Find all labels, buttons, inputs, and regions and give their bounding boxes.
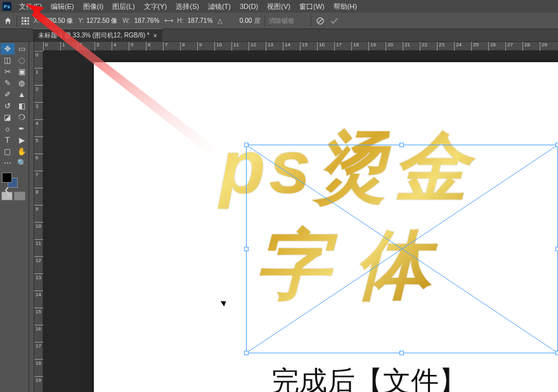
patch-tool-icon[interactable]: ◍ <box>15 77 29 89</box>
svg-rect-3 <box>22 20 23 22</box>
frame-tool-icon[interactable]: ▣ <box>15 66 29 77</box>
cancel-transform-icon[interactable] <box>315 16 325 26</box>
dodge-tool-icon[interactable]: ☼ <box>1 123 15 134</box>
x-field[interactable]: X:1880.50 像 <box>34 16 74 26</box>
hand-tool-icon[interactable]: ✋ <box>15 146 29 157</box>
transform-bbox[interactable] <box>246 145 558 353</box>
menu-file[interactable]: 文件(F) <box>15 1 46 13</box>
menu-select[interactable]: 选择(S) <box>172 1 203 13</box>
transform-handle[interactable] <box>244 247 249 251</box>
type-tool-icon[interactable]: T <box>1 134 15 146</box>
separator <box>311 15 311 27</box>
svg-rect-6 <box>22 23 23 25</box>
svg-rect-1 <box>25 17 27 19</box>
close-tab-icon[interactable]: × <box>153 32 157 39</box>
crop-tool-icon[interactable]: ✂ <box>1 66 15 77</box>
pen-tool-icon[interactable]: ✒ <box>15 123 29 134</box>
svg-rect-7 <box>25 23 27 25</box>
menu-window[interactable]: 窗口(W) <box>295 1 328 13</box>
brush-tool-icon[interactable]: ✐ <box>1 89 15 100</box>
svg-rect-5 <box>27 20 29 22</box>
separator <box>264 15 265 27</box>
antialias-label[interactable]: 消除锯齿 <box>269 16 294 25</box>
gradient-tool-icon[interactable]: ◪ <box>1 112 15 123</box>
separator <box>16 15 17 27</box>
transform-handle[interactable] <box>244 351 249 355</box>
blur-tool-icon[interactable]: ❍ <box>15 112 29 123</box>
transform-handle[interactable] <box>555 351 558 355</box>
menu-bar: Ps 文件(F) 编辑(E) 图像(I) 图层(L) 文字(Y) 选择(S) 滤… <box>0 0 558 13</box>
angle-label: △ <box>217 17 223 24</box>
x-value[interactable]: 1880.50 像 <box>41 16 74 26</box>
app-logo-icon: Ps <box>3 2 11 11</box>
menu-filter[interactable]: 滤镜(T) <box>204 1 235 13</box>
svg-line-12 <box>247 145 557 353</box>
x-label: X: <box>34 17 39 24</box>
foreground-color-swatch[interactable] <box>2 173 12 183</box>
w-label: W: <box>122 17 130 24</box>
history-brush-icon[interactable]: ↺ <box>1 100 15 112</box>
path-select-icon[interactable]: ▶ <box>15 134 29 146</box>
svg-line-11 <box>247 145 557 353</box>
eyedropper-tool-icon[interactable]: ✎ <box>1 77 15 89</box>
reference-point-icon[interactable] <box>21 16 30 25</box>
transform-handle[interactable] <box>399 351 404 355</box>
menu-image[interactable]: 图像(I) <box>79 1 107 13</box>
svg-rect-0 <box>22 17 23 19</box>
artboard-tool-icon[interactable]: ▭ <box>15 43 29 55</box>
move-tool-icon[interactable]: ✥ <box>1 43 15 55</box>
caption-text: 完成后【文件】 <box>271 363 467 392</box>
angle-field[interactable]: △0.00度 <box>217 16 261 25</box>
menu-edit[interactable]: 编辑(E) <box>47 1 78 13</box>
commit-transform-icon[interactable] <box>329 16 339 26</box>
menu-layer[interactable]: 图层(L) <box>108 1 138 13</box>
menu-help[interactable]: 帮助(H) <box>330 1 361 13</box>
h-value[interactable]: 187.71% <box>185 16 214 25</box>
menu-type[interactable]: 文字(Y) <box>140 1 171 13</box>
canvas-area[interactable]: 0123456789101112131415161718192021222324… <box>34 42 558 392</box>
y-field[interactable]: Y:1272.50 像 <box>78 16 119 26</box>
svg-rect-4 <box>25 20 27 22</box>
menu-3d[interactable]: 3D(D) <box>236 1 262 11</box>
tool-panel: ✥▭ ◫◌ ✂▣ ✎◍ ✐▲ ↺◧ ◪❍ ☼✒ T▶ ▢✋ ⋯🔍 <box>0 42 29 392</box>
more-tools-icon[interactable]: ⋯ <box>1 157 15 169</box>
h-label: H: <box>177 17 183 24</box>
svg-rect-8 <box>27 23 29 25</box>
transform-handle[interactable] <box>244 143 249 147</box>
angle-unit: 度 <box>254 16 261 25</box>
svg-rect-2 <box>27 17 29 19</box>
stamp-tool-icon[interactable]: ▲ <box>15 89 29 100</box>
y-label: Y: <box>78 17 84 24</box>
document-tab-title: 未标题-1 @ 33.3% (图司机12, RGB/8) * <box>38 31 150 40</box>
document-tab[interactable]: 未标题-1 @ 33.3% (图司机12, RGB/8) * × <box>33 29 162 42</box>
transform-handle[interactable] <box>555 247 558 251</box>
angle-value[interactable]: 0.00 <box>224 16 253 25</box>
svg-line-10 <box>318 19 322 23</box>
zoom-tool-icon[interactable]: 🔍 <box>15 157 29 169</box>
y-value[interactable]: 1272.50 像 <box>85 16 119 26</box>
menu-view[interactable]: 视图(V) <box>263 1 294 13</box>
lasso-tool-icon[interactable]: ◌ <box>15 55 29 66</box>
link-aspect-icon[interactable]: ⟷ <box>164 17 173 24</box>
w-field[interactable]: W:187.76% <box>122 16 160 25</box>
marquee-tool-icon[interactable]: ◫ <box>1 55 15 66</box>
h-field[interactable]: H:187.71% <box>177 16 214 25</box>
home-icon[interactable] <box>3 16 13 26</box>
vertical-ruler[interactable]: 0123456789101112131415161718192021 <box>34 51 43 392</box>
transform-handle[interactable] <box>555 143 558 147</box>
options-bar: X:1880.50 像 Y:1272.50 像 W:187.76% ⟷ H:18… <box>0 13 558 29</box>
eraser-tool-icon[interactable]: ◧ <box>15 100 29 112</box>
tab-bar: 未标题-1 @ 33.3% (图司机12, RGB/8) * × <box>0 29 558 42</box>
horizontal-ruler[interactable]: 0123456789101112131415161718192021222324… <box>34 42 558 51</box>
w-value[interactable]: 187.76% <box>131 16 160 25</box>
shape-tool-icon[interactable]: ▢ <box>1 146 15 157</box>
transform-handle[interactable] <box>399 143 404 147</box>
panel-edge <box>29 42 34 392</box>
